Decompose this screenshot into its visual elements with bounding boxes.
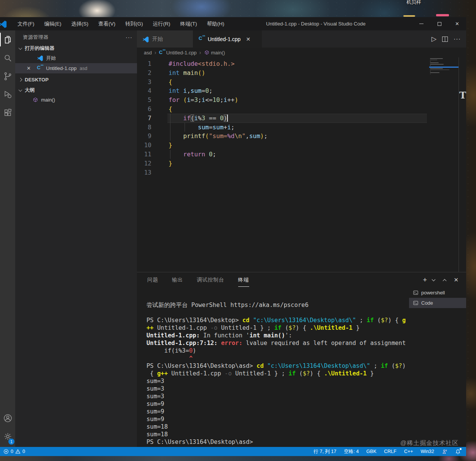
feedback-icon[interactable]	[442, 449, 447, 455]
status-indentation[interactable]: 空格: 4	[344, 448, 359, 455]
token: g++	[157, 370, 168, 377]
code-line[interactable]: 6{	[137, 105, 466, 114]
line-content: {	[157, 78, 172, 87]
code-line[interactable]: 1#include<stdio.h.>	[137, 59, 466, 68]
code-line[interactable]: 2int main()	[137, 68, 466, 78]
breadcrumb-folder[interactable]: asd	[144, 50, 152, 56]
activitybar-source-control[interactable]	[0, 67, 15, 85]
section-open-editors[interactable]: 打开的编辑器	[15, 44, 137, 53]
code-line[interactable]: 11 return 0;	[137, 150, 466, 159]
panel-tab-输出[interactable]: 输出	[171, 272, 184, 288]
status-target[interactable]: Win32	[421, 449, 434, 454]
breadcrumb-symbol[interactable]: main()	[211, 50, 225, 56]
terminal-output[interactable]: 尝试新的跨平台 PowerShell https://aka.ms/pscore…	[137, 288, 409, 447]
open-editor-item-welcome[interactable]: 开始	[15, 53, 137, 63]
menu-item[interactable]: 帮助(H)	[202, 17, 229, 30]
item-label: main()	[41, 97, 55, 103]
section-outline[interactable]: 大纲	[15, 86, 137, 95]
code-line[interactable]: 7 if(i%3 == 0)	[137, 114, 466, 123]
menu-item[interactable]: 选择(S)	[66, 17, 93, 30]
line-number: 11	[137, 150, 157, 159]
token: sum	[198, 124, 209, 131]
new-terminal-icon[interactable]: +	[423, 276, 427, 284]
close-icon[interactable]: ✕	[27, 65, 31, 71]
token: PS C:\Users\13164\Desktop>	[146, 317, 242, 324]
panel-tab-终端[interactable]: 终端	[237, 272, 250, 288]
maximize-panel-icon[interactable]	[443, 279, 447, 283]
token: "	[242, 132, 246, 140]
code-line[interactable]: 9 printf("sum=%d\n",sum);	[137, 132, 466, 141]
status-cursor-position[interactable]: 行 7, 列 17	[314, 448, 336, 455]
more-actions-icon[interactable]: ···	[454, 36, 461, 43]
sidebar-more-actions-icon[interactable]: ···	[126, 34, 132, 40]
tab-welcome[interactable]: 开始	[137, 30, 193, 48]
breadcrumb-file[interactable]: Untitled-1.cpp	[166, 50, 197, 56]
menu-item[interactable]: 查看(V)	[93, 17, 120, 30]
activitybar-account[interactable]	[0, 409, 15, 427]
token: ) {	[388, 317, 402, 324]
minimize-button[interactable]	[412, 17, 430, 30]
token: 尝试新的跨平台 PowerShell https://aka.ms/pscore…	[146, 302, 309, 308]
menu-item[interactable]: 文件(F)	[13, 17, 39, 30]
code-line[interactable]: 8 sum=sum+i;	[137, 123, 466, 132]
code-line[interactable]: 12}	[137, 159, 466, 168]
status-eol[interactable]: CRLF	[384, 449, 396, 454]
section-folder[interactable]: DESKTOP	[15, 75, 137, 84]
token: Untitled-1 } ;	[232, 370, 288, 377]
token: {	[169, 105, 172, 113]
panel-tab-调试控制台[interactable]: 调试控制台	[196, 272, 225, 288]
menu-item[interactable]: 终端(T)	[175, 17, 202, 30]
menu-item[interactable]: 运行(R)	[148, 17, 175, 30]
activitybar-settings[interactable]: 1	[0, 427, 15, 445]
split-editor-icon[interactable]	[442, 37, 448, 42]
outline-item-main[interactable]: main()	[15, 95, 137, 105]
token: PS C:\Users\13164\Desktop\asd>	[146, 362, 256, 369]
minimap[interactable]	[430, 58, 458, 76]
activitybar-search[interactable]	[0, 49, 15, 67]
menu-item[interactable]: 编辑(E)	[39, 17, 66, 30]
close-panel-icon[interactable]: ✕	[454, 277, 458, 283]
editor-scrollbar[interactable]	[458, 57, 459, 272]
problems-status[interactable]: 0 0	[0, 449, 25, 454]
open-editor-item-untitled[interactable]: ✕ C++ Untitled-1.cpp asd	[15, 63, 137, 73]
code-line[interactable]: 13	[137, 168, 466, 177]
status-encoding[interactable]: GBK	[366, 449, 376, 454]
status-bar: 0 0 行 7, 列 17 空格: 4 GBK CRLF C++ Win32	[0, 447, 466, 456]
maximize-button[interactable]	[430, 17, 448, 30]
close-button[interactable]: ✕	[448, 17, 466, 30]
activitybar-explorer[interactable]	[0, 30, 15, 49]
code-line[interactable]: 10}	[137, 141, 466, 150]
token: <stdio.h.>	[198, 60, 234, 67]
minimap-bar	[430, 70, 449, 70]
activity-bar: 1	[0, 30, 15, 447]
tab-untitled-cpp[interactable]: C++ Untitled-1.cpp ✕	[193, 30, 262, 48]
token: sum=9	[146, 416, 164, 423]
terminal-instance-powershell[interactable]: powershell	[409, 288, 466, 298]
settings-badge: 1	[8, 439, 14, 445]
search-icon	[3, 53, 13, 63]
code-line[interactable]: 5for (i=3;i<=10;i++)	[137, 95, 466, 105]
code-editor[interactable]: 1#include<stdio.h.>2int main()3{4int i,s…	[137, 57, 466, 272]
activitybar-extensions[interactable]	[0, 103, 15, 122]
close-icon[interactable]: ✕	[246, 36, 250, 42]
terminal-dropdown-icon[interactable]	[432, 277, 436, 281]
background-letter: T	[459, 91, 466, 100]
token: sum=18	[146, 423, 168, 430]
panel-tab-问题[interactable]: 问题	[146, 272, 159, 288]
token: (	[282, 324, 289, 331]
terminal-instance-Code[interactable]: Code	[409, 298, 466, 308]
code-line[interactable]: 4int i,sum=0;	[137, 86, 466, 95]
token: 0	[209, 151, 213, 158]
menu-item[interactable]: 转到(G)	[120, 17, 148, 30]
token: =	[202, 87, 205, 94]
notifications-bell-icon[interactable]	[455, 449, 461, 455]
token: lvalue required as left operand of assig…	[246, 340, 406, 347]
run-button[interactable]: ▷	[431, 35, 436, 43]
status-language[interactable]: C++	[404, 449, 413, 454]
section-label: 打开的编辑器	[25, 45, 54, 52]
token: )	[234, 96, 238, 103]
section-label: DESKTOP	[25, 77, 49, 83]
activitybar-run-debug[interactable]	[0, 85, 15, 103]
code-line[interactable]: 3{	[137, 78, 466, 87]
token: if	[288, 370, 296, 377]
